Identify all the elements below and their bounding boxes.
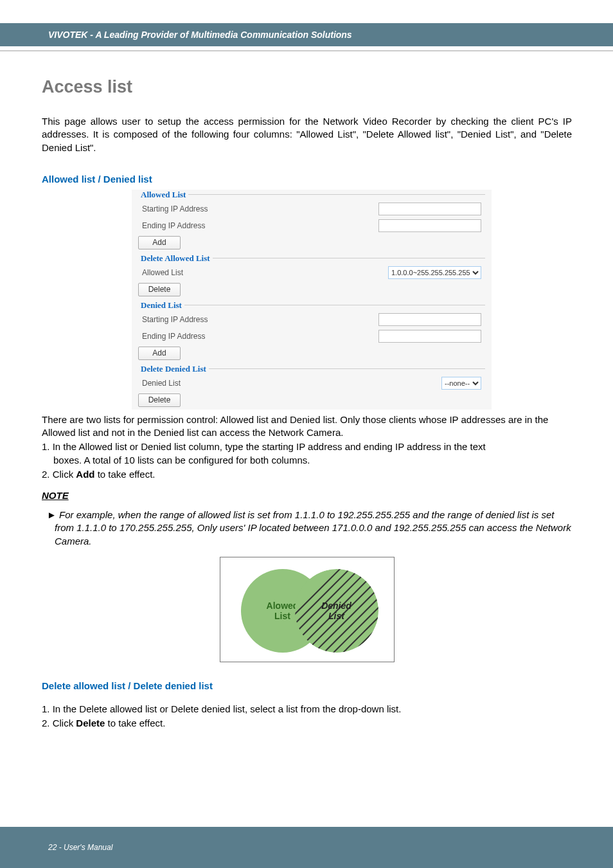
permission-control-paragraph: There are two lists for permission contr… [42,413,572,440]
page-title: Access list [42,77,572,97]
delete-allowed-fieldset: Delete Allowed List Allowed List 1.0.0.0… [138,253,485,280]
denied-circle-label2: List [328,611,344,621]
header-bar: VIVOTEK - A Leading Provider of Multimed… [0,23,613,46]
steps-list-1: 1. In the Allowed list or Denied list co… [42,440,572,481]
section-delete-head: Delete allowed list / Delete denied list [42,680,572,691]
allowed-list-select-label: Allowed List [142,268,183,277]
denied-starting-ip-input[interactable] [378,313,481,326]
delete-step2: 2. Click Delete to take effect. [42,717,572,730]
allowed-list-legend: Allowed List [138,190,188,200]
allowed-ending-ip-input[interactable] [378,219,481,232]
steps-list-2: 1. In the Delete allowed list or Delete … [42,703,572,730]
venn-diagram-wrap: Alowed List [42,557,572,662]
step2-item: 2. Click Add to take effect. [42,468,572,481]
access-list-ui-panel: Allowed List Starting IP Address Ending … [132,190,492,410]
allowed-add-button[interactable]: Add [138,236,181,249]
step1-item: 1. In the Allowed list or Denied list co… [42,440,572,467]
delete-denied-fieldset: Delete Denied List Denied List --none-- [138,364,485,391]
footer-page-number: 22 - User's Manual [48,843,112,852]
note-heading: NOTE [42,490,572,501]
venn-diagram: Alowed List [220,557,395,662]
header-brand-text: VIVOTEK - A Leading Provider of Multimed… [48,30,352,40]
allowed-list-select[interactable]: 1.0.0.0~255.255.255.255 [388,266,481,279]
step1-line2: boxes. A total of 10 lists can be config… [53,454,572,467]
allowed-circle-label1: Alowed [267,601,299,611]
denied-list-select[interactable]: --none-- [441,377,481,390]
allowed-starting-ip-input[interactable] [378,203,481,215]
step2-pre: 2. Click [42,469,76,480]
header-underline [0,50,613,51]
denied-circle-label: Denied List [295,569,378,653]
denied-delete-button[interactable]: Delete [138,393,181,407]
denied-list-fieldset: Denied List Starting IP Address Ending I… [138,300,485,344]
denied-add-button[interactable]: Add [138,347,181,360]
note-body: ► For example, when the range of allowed… [49,509,572,548]
page-content: Access list This page allows user to set… [42,77,572,730]
delete-step2-bold: Delete [76,718,105,728]
delete-step2-post: to take effect. [105,718,165,728]
delete-step2-pre: 2. Click [42,718,76,728]
allowed-delete-button[interactable]: Delete [138,283,181,296]
allowed-circle-label2: List [274,611,290,621]
footer-bar: 22 - User's Manual [0,827,613,868]
denied-circle: Denied List [295,569,378,653]
allowed-starting-ip-label: Starting IP Address [142,204,208,213]
step2-bold: Add [76,469,94,480]
denied-list-select-label: Denied List [142,379,181,388]
denied-circle-label1: Denied [321,601,351,611]
denied-starting-ip-label: Starting IP Address [142,315,208,324]
delete-denied-legend: Delete Denied List [138,364,209,374]
step2-post: to take effect. [95,469,155,480]
denied-list-legend: Denied List [138,300,184,311]
allowed-list-fieldset: Allowed List Starting IP Address Ending … [138,190,485,233]
delete-allowed-legend: Delete Allowed List [138,253,213,264]
section-allowed-denied-head: Allowed list / Denied list [42,174,572,185]
allowed-ending-ip-label: Ending IP Address [142,221,206,230]
intro-paragraph: This page allows user to setup the acces… [42,115,572,154]
denied-ending-ip-label: Ending IP Address [142,332,206,341]
denied-ending-ip-input[interactable] [378,330,481,343]
delete-step1: 1. In the Delete allowed list or Delete … [42,703,572,716]
step1-line1: 1. In the Allowed list or Denied list co… [42,441,486,452]
